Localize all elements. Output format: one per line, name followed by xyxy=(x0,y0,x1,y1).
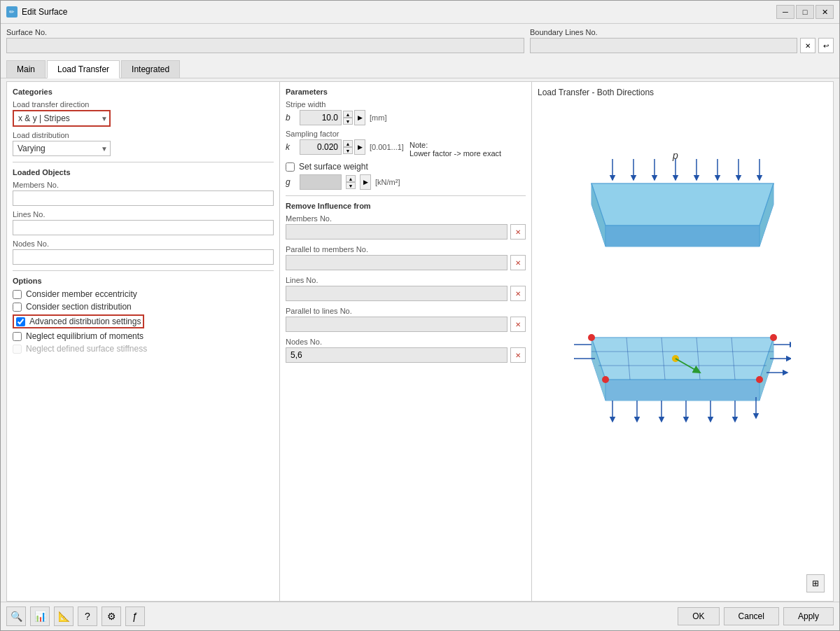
top-inputs: Surface No. 2 Boundary Lines No. 7-9 ✕ ↩ xyxy=(1,24,839,57)
g-spinners: ▲ ▼ xyxy=(346,175,356,189)
ri-nodes-input[interactable] xyxy=(286,347,507,363)
boundary-clear-button[interactable]: ✕ xyxy=(800,38,816,53)
ri-nodes-clear-button[interactable]: ✕ xyxy=(510,347,526,363)
neglect-equilibrium-row: Neglect equilibrium of moments xyxy=(13,331,274,341)
advanced-distribution-label: Advanced distribution settings xyxy=(29,317,141,326)
svg-marker-3 xyxy=(606,226,760,247)
lo-lines-label: Lines No. xyxy=(13,210,274,219)
load-distribution-group: Load distribution Varying Uniform Linear… xyxy=(13,131,274,156)
sampling-factor-down-button[interactable]: ▼ xyxy=(343,147,353,154)
stripe-width-arrow-button[interactable]: ▶ xyxy=(354,110,365,125)
ri-parallel-lines-clear-button[interactable]: ✕ xyxy=(510,317,526,332)
ri-parallel-members-clear-button[interactable]: ✕ xyxy=(510,255,526,270)
tab-integrated[interactable]: Integrated xyxy=(121,60,180,78)
loaded-objects-title: Loaded Objects xyxy=(13,168,274,176)
bottom-actions: OK Cancel Apply xyxy=(678,607,834,625)
cancel-button[interactable]: Cancel xyxy=(724,607,779,625)
close-button[interactable]: ✕ xyxy=(816,5,834,19)
advanced-distribution-checkbox[interactable] xyxy=(16,317,25,326)
middle-panel: Parameters Stripe width b ▲ ▼ ▶ [mm] xyxy=(280,82,532,601)
tab-main[interactable]: Main xyxy=(6,60,46,78)
lo-members-input[interactable]: 1 xyxy=(13,190,274,206)
info-button[interactable]: ƒ xyxy=(125,606,145,626)
g-unit: [kN/m²] xyxy=(375,178,400,186)
edit-surface-window: ✏ Edit Surface ─ □ ✕ Surface No. 2 Bound… xyxy=(0,0,840,631)
neglect-stiffness-label: Neglect defined surface stiffness xyxy=(26,344,147,354)
lo-members-label: Members No. xyxy=(13,181,274,189)
stripe-width-down-button[interactable]: ▼ xyxy=(343,118,353,125)
surface-no-input[interactable]: 2 xyxy=(6,38,524,53)
ri-members-input[interactable] xyxy=(286,224,507,240)
settings-button[interactable]: ⚙ xyxy=(102,606,121,626)
divider-1 xyxy=(13,162,274,162)
g-up-button: ▲ xyxy=(346,175,356,182)
ri-parallel-lines-label: Parallel to lines No. xyxy=(286,307,526,315)
surface-no-label: Surface No. xyxy=(6,28,524,36)
lo-lines-input[interactable] xyxy=(13,220,274,235)
divider-2 xyxy=(13,270,274,271)
advanced-distribution-row: Advanced distribution settings xyxy=(13,314,274,328)
neglect-stiffness-checkbox xyxy=(13,345,22,354)
boundary-lines-input[interactable]: 7-9 xyxy=(530,38,797,53)
ri-lines-group: Lines No. ✕ xyxy=(286,276,526,301)
surface-no-field: Surface No. 2 xyxy=(6,28,524,53)
stripe-width-input[interactable] xyxy=(300,110,342,125)
sampling-factor-spinners: ▲ ▼ xyxy=(343,140,353,154)
maximize-button[interactable]: □ xyxy=(796,5,814,19)
boundary-lines-field: Boundary Lines No. 7-9 ✕ ↩ xyxy=(530,28,834,53)
stripe-width-symbol: b xyxy=(286,113,295,123)
svg-marker-0 xyxy=(592,183,774,226)
lo-nodes-label: Nodes No. xyxy=(13,240,274,248)
load-distribution-select[interactable]: Varying Uniform Linear xyxy=(13,141,111,156)
consider-section-checkbox[interactable] xyxy=(13,303,22,312)
ri-lines-label: Lines No. xyxy=(286,276,526,284)
diagram-button[interactable]: 📐 xyxy=(54,606,74,626)
viz-settings-button[interactable]: ⊞ xyxy=(806,574,825,592)
set-surface-weight-checkbox[interactable] xyxy=(286,162,295,172)
minimize-button[interactable]: ─ xyxy=(776,5,794,19)
ri-members-clear-button[interactable]: ✕ xyxy=(510,224,526,240)
ri-nodes-group: Nodes No. ✕ xyxy=(286,338,526,363)
right-panel: Load Transfer - Both Directions xyxy=(532,82,833,601)
ri-parallel-members-label: Parallel to members No. xyxy=(286,245,526,254)
g-arrow-button: ▶ xyxy=(360,174,371,190)
sampling-factor-arrow-button[interactable]: ▶ xyxy=(354,139,365,155)
consider-section-label: Consider section distribution xyxy=(26,302,132,312)
search-button[interactable]: 🔍 xyxy=(6,606,26,626)
ri-parallel-lines-input[interactable] xyxy=(286,317,507,332)
svg-point-23 xyxy=(588,334,595,341)
sampling-factor-input[interactable] xyxy=(300,139,342,155)
lo-nodes-input[interactable] xyxy=(13,249,274,265)
title-bar: ✏ Edit Surface ─ □ ✕ xyxy=(1,1,839,24)
ri-parallel-lines-group: Parallel to lines No. ✕ xyxy=(286,307,526,332)
ri-lines-clear-button[interactable]: ✕ xyxy=(510,286,526,301)
g-symbol: g xyxy=(286,177,295,187)
consider-eccentricity-row: Consider member eccentricity xyxy=(13,289,274,299)
options-title: Options xyxy=(13,277,274,285)
parameters-title: Parameters xyxy=(286,88,526,96)
table-button[interactable]: 📊 xyxy=(30,606,50,626)
lo-nodes-group: Nodes No. xyxy=(13,240,274,265)
svg-point-25 xyxy=(602,376,609,383)
apply-button[interactable]: Apply xyxy=(783,607,834,625)
help-button[interactable]: ? xyxy=(78,606,97,626)
stripe-width-up-button[interactable]: ▲ xyxy=(343,111,353,118)
advanced-distribution-highlight: Advanced distribution settings xyxy=(13,314,144,328)
boundary-select-button[interactable]: ↩ xyxy=(818,38,834,53)
ri-lines-input[interactable] xyxy=(286,286,507,301)
sampling-factor-up-button[interactable]: ▲ xyxy=(343,140,353,147)
tabs: Main Load Transfer Integrated xyxy=(1,57,839,78)
consider-section-row: Consider section distribution xyxy=(13,302,274,312)
viz-title: Load Transfer - Both Directions xyxy=(538,88,827,97)
ok-button[interactable]: OK xyxy=(678,607,719,625)
load-transfer-direction-select[interactable]: x & y | Stripes x only y only xyxy=(13,110,111,127)
lo-lines-group: Lines No. xyxy=(13,210,274,235)
consider-eccentricity-checkbox[interactable] xyxy=(13,290,22,299)
load-distribution-label: Load distribution xyxy=(13,131,274,139)
tab-load-transfer[interactable]: Load Transfer xyxy=(47,60,120,78)
svg-point-26 xyxy=(756,376,763,383)
g-value-row: g ▲ ▼ ▶ [kN/m²] xyxy=(286,174,526,190)
ri-parallel-members-input[interactable] xyxy=(286,255,507,270)
neglect-equilibrium-checkbox[interactable] xyxy=(13,332,22,341)
svg-marker-16 xyxy=(606,380,760,401)
